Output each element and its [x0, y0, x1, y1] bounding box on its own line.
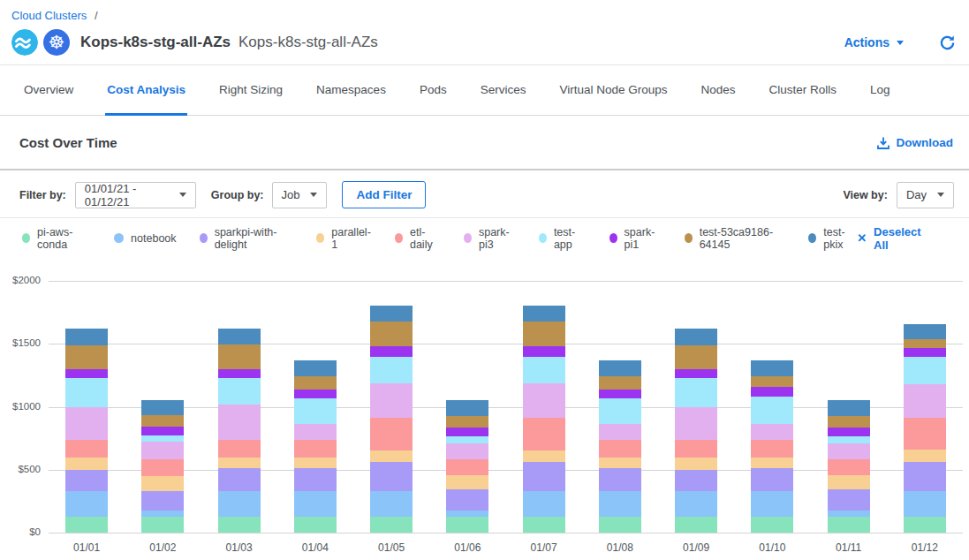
bar-segment-notebook[interactable]	[370, 491, 413, 517]
bar-segment-sparkpi-with-delight[interactable]	[599, 468, 641, 491]
bar-segment-test-app[interactable]	[675, 378, 717, 407]
bar-segment-pi-aws-conda[interactable]	[751, 517, 793, 533]
bar-segment-parallel-1[interactable]	[294, 458, 337, 469]
bar-segment-pi-aws-conda[interactable]	[370, 517, 413, 533]
bar-segment-etl-daily[interactable]	[828, 459, 870, 476]
bar-segment-spark-pi3[interactable]	[523, 383, 565, 417]
bar-segment-spark-pi1[interactable]	[751, 387, 793, 397]
group-by-select[interactable]: Job	[272, 182, 328, 208]
bar-segment-test-pkix[interactable]	[523, 306, 565, 322]
bar-segment-parallel-1[interactable]	[141, 476, 184, 491]
bar-segment-etl-daily[interactable]	[218, 440, 261, 457]
bar-segment-test-app[interactable]	[294, 398, 337, 425]
legend-item-spark-pi3[interactable]: spark-pi3	[464, 226, 516, 251]
bar-segment-test-53ca9186-64145[interactable]	[675, 345, 717, 369]
bar-segment-spark-pi3[interactable]	[446, 443, 488, 459]
bar-segment-spark-pi3[interactable]	[599, 424, 641, 440]
bar-segment-test-pkix[interactable]	[218, 329, 261, 344]
bar-segment-test-pkix[interactable]	[370, 306, 413, 322]
legend-item-test-53ca9186-64145[interactable]: test-53ca9186-64145	[685, 226, 786, 251]
bar-segment-pi-aws-conda[interactable]	[446, 517, 488, 533]
bar-segment-test-53ca9186-64145[interactable]	[599, 376, 641, 389]
bar-segment-spark-pi1[interactable]	[294, 390, 337, 398]
bar-segment-parallel-1[interactable]	[751, 458, 793, 469]
bar-segment-sparkpi-with-delight[interactable]	[370, 462, 413, 491]
bar-segment-test-53ca9186-64145[interactable]	[294, 376, 337, 389]
bar-segment-test-app[interactable]	[904, 357, 946, 384]
legend-item-test-pkix[interactable]: test-pkix	[808, 226, 857, 251]
bar-segment-notebook[interactable]	[523, 491, 565, 517]
bar-segment-spark-pi3[interactable]	[675, 407, 717, 440]
tab-cluster-rolls[interactable]: Cluster Rolls	[768, 65, 839, 116]
bar-segment-notebook[interactable]	[446, 511, 488, 517]
legend-item-test-app[interactable]: test-app	[539, 226, 587, 251]
bar-segment-test-app[interactable]	[65, 378, 108, 407]
bar-segment-spark-pi3[interactable]	[370, 383, 413, 417]
bar-segment-spark-pi1[interactable]	[141, 427, 184, 435]
bar-segment-sparkpi-with-delight[interactable]	[828, 489, 870, 511]
bar-segment-notebook[interactable]	[751, 491, 793, 517]
bar-segment-test-app[interactable]	[218, 378, 261, 405]
view-by-select[interactable]: Day	[897, 182, 954, 208]
bar-segment-spark-pi3[interactable]	[218, 405, 261, 441]
bar-segment-test-app[interactable]	[141, 435, 184, 443]
bar-segment-test-53ca9186-64145[interactable]	[904, 339, 946, 348]
bar-segment-spark-pi1[interactable]	[218, 369, 261, 378]
bar-segment-notebook[interactable]	[141, 511, 184, 517]
bar-segment-test-pkix[interactable]	[828, 400, 870, 416]
bar-segment-spark-pi3[interactable]	[828, 443, 870, 459]
bar-segment-test-app[interactable]	[446, 436, 488, 443]
bar-segment-sparkpi-with-delight[interactable]	[446, 489, 488, 511]
bar-segment-pi-aws-conda[interactable]	[523, 517, 565, 533]
bar-segment-pi-aws-conda[interactable]	[141, 517, 184, 533]
legend-item-parallel-1[interactable]: parallel-1	[316, 226, 372, 251]
bar-segment-pi-aws-conda[interactable]	[218, 517, 261, 533]
bar-segment-notebook[interactable]	[675, 491, 717, 517]
bar-segment-test-53ca9186-64145[interactable]	[218, 344, 261, 369]
bar-segment-test-app[interactable]	[828, 436, 870, 443]
bar-segment-etl-daily[interactable]	[370, 418, 413, 450]
bar-segment-test-pkix[interactable]	[65, 329, 108, 345]
bar-segment-etl-daily[interactable]	[294, 440, 337, 457]
bar-segment-etl-daily[interactable]	[751, 440, 793, 457]
tab-pods[interactable]: Pods	[418, 65, 449, 116]
bar-segment-test-53ca9186-64145[interactable]	[828, 416, 870, 428]
bar-segment-test-app[interactable]	[751, 397, 793, 424]
refresh-icon[interactable]	[939, 34, 956, 51]
bar-segment-test-app[interactable]	[599, 398, 641, 425]
bar-segment-etl-daily[interactable]	[446, 459, 488, 476]
bar-segment-notebook[interactable]	[218, 491, 261, 517]
bar-segment-notebook[interactable]	[904, 491, 946, 517]
bar-segment-pi-aws-conda[interactable]	[675, 517, 717, 533]
bar-segment-spark-pi1[interactable]	[370, 346, 413, 356]
deselect-all-button[interactable]: ✕ Deselect All	[857, 225, 929, 252]
actions-button[interactable]: Actions	[844, 35, 904, 49]
tab-namespaces[interactable]: Namespaces	[314, 65, 388, 116]
bar-segment-test-app[interactable]	[370, 357, 413, 384]
download-button[interactable]: Download	[876, 136, 954, 150]
bar-segment-test-53ca9186-64145[interactable]	[141, 415, 184, 427]
breadcrumb-link-cloud-clusters[interactable]: Cloud Clusters	[11, 9, 87, 22]
tab-overview[interactable]: Overview	[22, 65, 75, 116]
bar-segment-spark-pi3[interactable]	[141, 442, 184, 458]
bar-segment-pi-aws-conda[interactable]	[904, 517, 946, 533]
bar-segment-parallel-1[interactable]	[523, 450, 565, 462]
bar-segment-etl-daily[interactable]	[904, 418, 946, 450]
bar-segment-spark-pi1[interactable]	[599, 390, 641, 398]
bar-segment-sparkpi-with-delight[interactable]	[294, 468, 337, 491]
tab-virtual-node-groups[interactable]: Virtual Node Groups	[557, 65, 669, 116]
bar-segment-spark-pi1[interactable]	[446, 428, 488, 436]
bar-segment-spark-pi3[interactable]	[294, 424, 337, 440]
bar-segment-parallel-1[interactable]	[828, 475, 870, 489]
bar-segment-parallel-1[interactable]	[599, 458, 641, 469]
bar-segment-test-pkix[interactable]	[446, 400, 488, 416]
bar-segment-parallel-1[interactable]	[675, 458, 717, 470]
bar-segment-spark-pi1[interactable]	[523, 346, 565, 356]
bar-segment-test-pkix[interactable]	[294, 360, 337, 377]
bar-segment-pi-aws-conda[interactable]	[828, 517, 870, 533]
bar-segment-etl-daily[interactable]	[523, 418, 565, 450]
bar-segment-spark-pi3[interactable]	[65, 407, 108, 440]
bar-segment-spark-pi3[interactable]	[751, 424, 793, 440]
bar-segment-spark-pi1[interactable]	[675, 369, 717, 378]
bar-segment-parallel-1[interactable]	[65, 458, 108, 470]
